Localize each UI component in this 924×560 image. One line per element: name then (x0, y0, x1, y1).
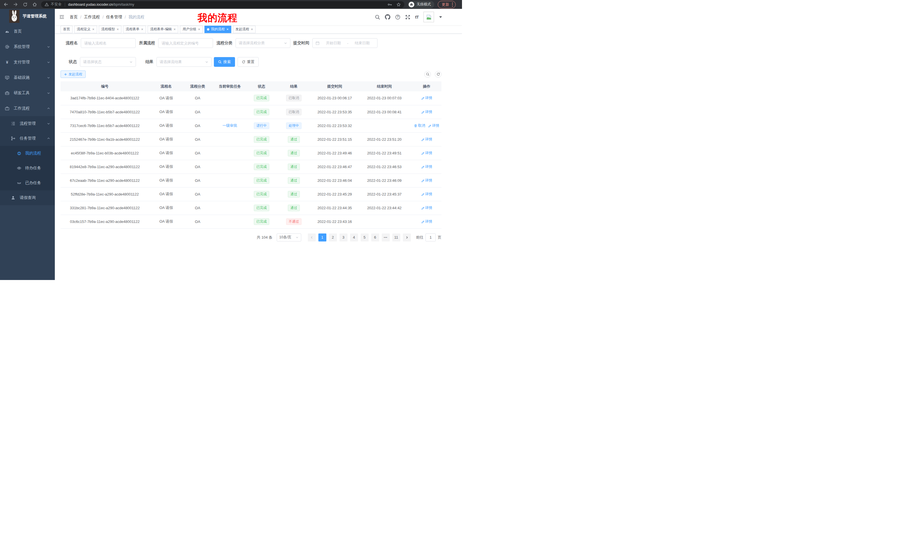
process-name-input[interactable] (81, 38, 136, 48)
category-select[interactable]: 请选择流程分类 (236, 38, 290, 48)
breadcrumb-item[interactable]: 首页 (70, 15, 78, 20)
detail-link[interactable]: 详情 (421, 96, 432, 100)
sidebar-item-task-management[interactable]: 任务管理 (0, 131, 55, 146)
sidebar-item-devtools[interactable]: 研发工具 (0, 85, 55, 101)
detail-link[interactable]: 详情 (421, 109, 432, 114)
process-table: 编号 流程名 流程分类 当前审批任务 状态 结果 提交时间 结束时间 操作 3a… (60, 81, 441, 229)
close-icon[interactable]: × (141, 27, 143, 31)
github-icon[interactable] (385, 14, 390, 20)
chevron-down-icon (47, 91, 50, 95)
breadcrumb-item[interactable]: 工作流程 (84, 15, 100, 20)
close-icon[interactable]: × (92, 27, 94, 31)
close-icon[interactable]: × (174, 27, 176, 31)
browser-menu-icon[interactable] (452, 3, 453, 7)
detail-link[interactable]: 详情 (421, 137, 432, 142)
breadcrumb-separator: / (102, 15, 104, 19)
tab-process-definition[interactable]: 流程定义× (74, 26, 97, 33)
process-id: 2152467e-7b9b-11ec-9a1b-acde48001122 (70, 137, 140, 142)
cancel-link[interactable]: 取消 (414, 123, 425, 128)
sidebar-item-system[interactable]: 系统管理 (0, 39, 55, 54)
close-icon[interactable]: × (226, 27, 229, 31)
page-button[interactable]: 6 (371, 234, 379, 241)
font-size-icon[interactable]: tT (415, 15, 418, 19)
search-icon[interactable] (375, 15, 380, 20)
sidebar-item-workflow[interactable]: 工作流程 (0, 101, 55, 116)
goto-page-input[interactable] (426, 234, 436, 241)
chevron-down-icon (47, 60, 50, 64)
url-bar[interactable]: 不安全 dashboard.yudao.iocoder.cn/bpm/task/… (41, 1, 404, 8)
hide-search-button[interactable] (424, 71, 431, 78)
submit-time-range-picker[interactable]: 开始日期 - 结束日期 (312, 38, 378, 48)
avatar-caret-icon[interactable] (439, 16, 442, 18)
breadcrumb-item[interactable]: 任务管理 (106, 15, 122, 20)
back-icon[interactable] (3, 2, 8, 7)
help-icon[interactable]: ? (395, 15, 400, 20)
page-button[interactable]: 1 (318, 234, 326, 241)
reload-icon[interactable] (23, 2, 27, 7)
process-definition-input[interactable] (158, 38, 213, 48)
avatar[interactable] (423, 12, 434, 22)
update-button[interactable]: 更新 (438, 1, 456, 8)
detail-link[interactable]: 详情 (421, 151, 432, 156)
tab-my-processes[interactable]: 我的流程× (204, 26, 231, 33)
detail-link[interactable]: 详情 (428, 123, 439, 128)
page-button[interactable]: 3 (339, 234, 348, 241)
sidebar-item-payment[interactable]: ¥ 支付管理 (0, 54, 55, 70)
breadcrumb-separator: / (125, 15, 126, 19)
process-name: OA 请假 (159, 178, 173, 183)
refresh-table-button[interactable] (435, 71, 441, 78)
close-icon[interactable]: × (117, 27, 119, 31)
detail-link[interactable]: 详情 (421, 178, 432, 183)
sidebar-item-todo-tasks[interactable]: 待办任务 (0, 161, 55, 175)
home-icon[interactable] (32, 2, 37, 7)
page-button[interactable]: 11 (392, 234, 400, 241)
sidebar-item-my-processes[interactable]: 我的流程 (0, 146, 55, 161)
result-select[interactable]: 请选择流结果 (156, 57, 212, 67)
dashboard-icon (5, 29, 9, 34)
detail-link[interactable]: 详情 (421, 192, 432, 197)
bookmark-star-icon[interactable] (396, 2, 401, 7)
table-row: ec45f38f-7b9a-11ec-b03b-acde48001122 OA … (60, 146, 441, 160)
sidebar-collapse-icon[interactable] (59, 15, 64, 19)
detail-link[interactable]: 详情 (421, 165, 432, 169)
prev-page-button[interactable] (308, 234, 316, 241)
sidebar-item-leave-query[interactable]: 请假查询 (0, 190, 55, 205)
table-row: 2152467e-7b9b-11ec-9a1b-acde48001122 OA … (60, 132, 441, 146)
page-button[interactable]: 2 (329, 234, 337, 241)
more-pages-button[interactable]: ••• (382, 234, 390, 241)
page-button[interactable]: 5 (361, 234, 369, 241)
page-size-select[interactable]: 10条/页 (277, 234, 301, 241)
sidebar-item-done-tasks[interactable]: 已办任务 (0, 175, 55, 190)
sidebar-item-infrastructure[interactable]: 基础设施 (0, 70, 55, 85)
tab-start-process[interactable]: 发起流程× (233, 26, 256, 33)
edit-icon (421, 165, 424, 168)
chevron-left-icon (310, 236, 314, 239)
start-process-button[interactable]: 发起流程 (60, 70, 86, 78)
result-badge: 通过 (288, 205, 300, 211)
forward-icon[interactable] (13, 2, 18, 7)
tab-process-form[interactable]: 流程表单× (123, 26, 146, 33)
key-icon[interactable] (387, 2, 392, 7)
tab-process-form-edit[interactable]: 流程表单-编辑× (148, 26, 178, 33)
close-icon[interactable]: × (198, 27, 200, 31)
search-button[interactable]: 搜索 (214, 57, 235, 67)
status-select[interactable]: 请选择状态 (80, 57, 136, 67)
reset-button[interactable]: 重置 (238, 57, 259, 67)
tab-user-group[interactable]: 用户分组× (180, 26, 203, 33)
end-time: 2022-01-22 23:45:37 (367, 192, 402, 196)
tab-home[interactable]: 首页 (60, 26, 72, 33)
detail-link[interactable]: 详情 (421, 205, 432, 210)
tab-process-model[interactable]: 流程模型× (99, 26, 122, 33)
fullscreen-icon[interactable] (405, 15, 410, 20)
sidebar-item-home[interactable]: 首页 (0, 24, 55, 39)
briefcase-icon (5, 106, 9, 111)
detail-link[interactable]: 详情 (421, 219, 432, 224)
divider (65, 3, 65, 7)
next-page-button[interactable] (403, 234, 411, 241)
chevron-right-icon (405, 236, 409, 239)
close-icon[interactable]: × (251, 27, 253, 31)
sidebar-item-process-management[interactable]: 流程管理 (0, 116, 55, 131)
current-task-link[interactable]: 一级审批 (222, 123, 237, 127)
page-button[interactable]: 4 (350, 234, 358, 241)
process-category: OA (195, 96, 201, 100)
